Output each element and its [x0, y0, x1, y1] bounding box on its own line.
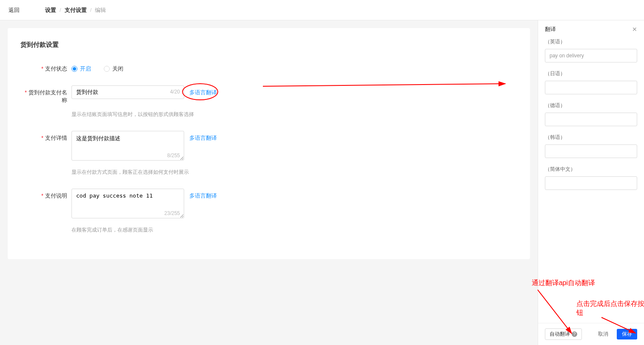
lang-label-zh: （简体中文） [545, 166, 637, 173]
note-help: 在顾客完成订单后，在感谢页面显示 [71, 226, 153, 234]
annotation-arrow-right [263, 81, 510, 94]
lang-label-ko: （韩语） [545, 134, 637, 141]
lang-input-zh[interactable] [545, 176, 637, 190]
note-textarea[interactable]: cod pay success note 11 [71, 189, 184, 218]
details-label: 支付详情 [20, 131, 71, 142]
cancel-button[interactable]: 取消 [593, 329, 613, 339]
name-help: 显示在结账页面填写信息时，以按钮的形式供顾客选择 [71, 111, 194, 118]
note-label: 支付说明 [20, 189, 71, 200]
radio-on-indicator [71, 66, 77, 72]
name-input[interactable] [71, 85, 184, 99]
radio-on[interactable]: 开启 [71, 65, 91, 73]
help-icon: ? [572, 331, 577, 337]
radio-off-indicator [104, 66, 110, 72]
lang-label-de: （德语） [545, 102, 637, 109]
breadcrumb-edit: 编辑 [95, 6, 106, 14]
lang-input-ja[interactable] [545, 81, 637, 94]
breadcrumb-sep: / [60, 7, 61, 13]
translate-panel: 翻译 ✕ （英语） （日语） （德语） （韩语） （简体中文） [538, 20, 644, 345]
radio-on-label: 开启 [80, 65, 91, 73]
lang-input-ko[interactable] [545, 144, 637, 158]
name-label: 货到付款支付名称 [20, 85, 71, 104]
breadcrumb-payment[interactable]: 支付设置 [65, 6, 87, 14]
breadcrumb-sep: / [90, 7, 92, 13]
translate-link-note[interactable]: 多语言翻译 [189, 189, 217, 200]
radio-off[interactable]: 关闭 [104, 65, 123, 73]
lang-label-en: （英语） [545, 38, 637, 45]
lang-input-de[interactable] [545, 113, 637, 126]
close-icon[interactable]: ✕ [632, 26, 637, 33]
page-title: 货到付款设置 [20, 41, 517, 49]
lang-input-en[interactable] [545, 49, 637, 62]
status-label: 支付状态 [20, 62, 71, 73]
svg-line-1 [263, 84, 505, 86]
translate-link-name[interactable]: 多语言翻译 [189, 85, 217, 96]
auto-translate-label: 自动翻译 [550, 331, 570, 338]
save-button[interactable]: 保存 [617, 329, 637, 339]
lang-label-ja: （日语） [545, 70, 637, 77]
breadcrumb: 设置 / 支付设置 / 编辑 [45, 6, 106, 14]
translate-link-details[interactable]: 多语言翻译 [189, 131, 217, 142]
details-help: 显示在付款方式页面，顾客正在选择如何支付时展示 [71, 169, 189, 176]
radio-off-label: 关闭 [112, 65, 123, 73]
breadcrumb-settings[interactable]: 设置 [45, 6, 56, 14]
back-link[interactable]: 返回 [9, 6, 20, 14]
panel-title: 翻译 [545, 25, 556, 33]
auto-translate-button[interactable]: 自动翻译 ? [545, 328, 582, 340]
header-bar: 返回 设置 / 支付设置 / 编辑 [0, 0, 644, 20]
details-textarea[interactable]: 这是货到付款描述 [71, 131, 184, 161]
